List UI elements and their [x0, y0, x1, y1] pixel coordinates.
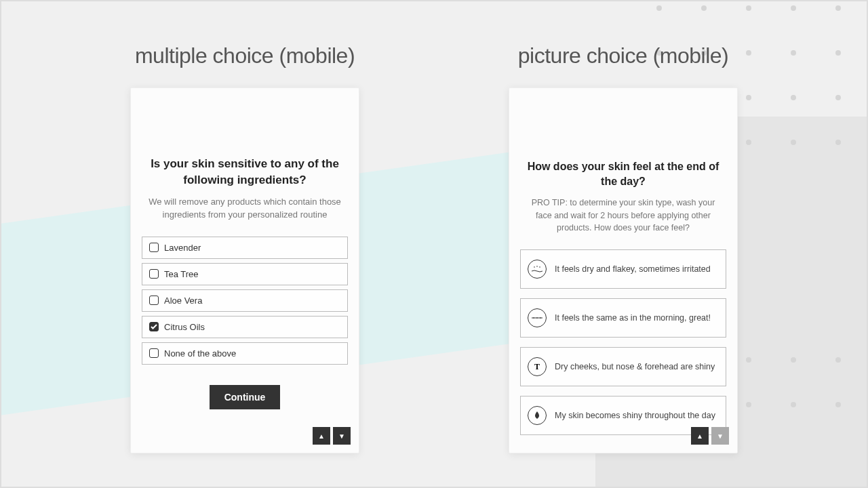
- caret-down-icon: ▼: [338, 432, 345, 440]
- checkbox-icon: [149, 243, 159, 252]
- column-title-left: multiple choice (mobile): [135, 43, 355, 68]
- options-list: Lavender Tea Tree Aloe Vera Citrus Oils …: [142, 237, 348, 365]
- oily-icon: [528, 406, 547, 425]
- continue-button[interactable]: Continue: [210, 385, 281, 409]
- option-lavender[interactable]: Lavender: [142, 237, 348, 259]
- option-label: Tea Tree: [164, 269, 199, 279]
- option-combination[interactable]: T Dry cheeks, but nose & forehead are sh…: [520, 347, 726, 386]
- option-label: It feels dry and flakey, sometimes irrit…: [555, 264, 711, 274]
- picture-choice-column: picture choice (mobile) How does your sk…: [509, 43, 738, 453]
- checkbox-icon: [149, 322, 159, 331]
- svg-point-1: [536, 266, 538, 267]
- question-text: How does your skin feel at the end of th…: [520, 159, 726, 190]
- option-citrus-oils[interactable]: Citrus Oils: [142, 316, 348, 338]
- question-subtext: We will remove any products which contai…: [142, 195, 348, 222]
- column-title-right: picture choice (mobile): [518, 43, 728, 68]
- nav-up-button[interactable]: ▲: [691, 427, 709, 445]
- option-normal[interactable]: It feels the same as in the morning, gre…: [520, 298, 726, 338]
- option-label: Aloe Vera: [164, 296, 202, 306]
- caret-up-icon: ▲: [696, 432, 703, 440]
- nav-down-button[interactable]: ▼: [711, 427, 729, 445]
- phone-mockup-right: How does your skin feel at the end of th…: [509, 87, 738, 453]
- option-aloe-vera[interactable]: Aloe Vera: [142, 289, 348, 312]
- option-label: None of the above: [164, 348, 236, 359]
- phone-mockup-left: Is your skin sensitive to any of the fol…: [130, 87, 359, 453]
- question-subtext: PRO TIP: to determine your skin type, wa…: [520, 197, 726, 235]
- combination-icon: T: [528, 357, 547, 376]
- checkbox-icon: [149, 348, 159, 358]
- question-text: Is your skin sensitive to any of the fol…: [142, 156, 348, 188]
- svg-point-4: [536, 317, 538, 319]
- svg-point-5: [540, 317, 541, 319]
- multiple-choice-column: multiple choice (mobile) Is your skin se…: [130, 43, 359, 453]
- option-label: It feels the same as in the morning, gre…: [555, 313, 711, 323]
- svg-point-2: [539, 266, 540, 268]
- svg-point-0: [534, 266, 535, 268]
- picture-options-list: It feels dry and flakey, sometimes irrit…: [520, 249, 726, 435]
- caret-up-icon: ▲: [318, 432, 325, 440]
- option-dry[interactable]: It feels dry and flakey, sometimes irrit…: [520, 249, 726, 289]
- option-label: Citrus Oils: [164, 322, 205, 332]
- normal-icon: [528, 308, 547, 327]
- checkbox-icon: [149, 296, 159, 305]
- checkbox-icon: [149, 269, 159, 279]
- option-tea-tree[interactable]: Tea Tree: [142, 263, 348, 285]
- option-label: Lavender: [164, 243, 201, 253]
- nav-up-button[interactable]: ▲: [313, 427, 330, 445]
- option-label: Dry cheeks, but nose & forehead are shin…: [555, 362, 715, 371]
- nav-down-button[interactable]: ▼: [333, 427, 351, 445]
- option-label: My skin becomes shiny throughout the day: [555, 411, 715, 420]
- option-none[interactable]: None of the above: [142, 342, 348, 365]
- svg-point-3: [533, 317, 534, 319]
- caret-down-icon: ▼: [717, 432, 724, 440]
- dry-icon: [528, 260, 547, 279]
